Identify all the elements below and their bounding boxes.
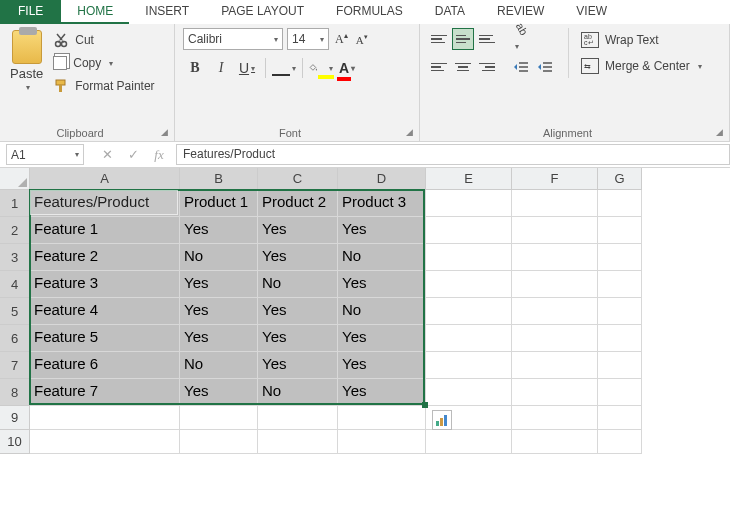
cell-E4[interactable] <box>426 271 512 298</box>
name-box[interactable]: A1 ▾ <box>6 144 84 165</box>
italic-button[interactable]: I <box>209 56 233 80</box>
align-right-button[interactable] <box>476 56 498 78</box>
cell-E10[interactable] <box>426 430 512 454</box>
cell-G6[interactable] <box>598 325 642 352</box>
cell-G1[interactable] <box>598 190 642 217</box>
clipboard-dialog-launcher[interactable]: ◢ <box>161 127 171 137</box>
cell-A7[interactable]: Feature 6 <box>30 352 180 379</box>
column-header-B[interactable]: B <box>180 168 258 190</box>
cell-D4[interactable]: Yes <box>338 271 426 298</box>
cell-E3[interactable] <box>426 244 512 271</box>
cell-F9[interactable] <box>512 406 598 430</box>
cell-E5[interactable] <box>426 298 512 325</box>
cell-G3[interactable] <box>598 244 642 271</box>
cell-B10[interactable] <box>180 430 258 454</box>
cell-C9[interactable] <box>258 406 338 430</box>
cell-B3[interactable]: No <box>180 244 258 271</box>
cell-F7[interactable] <box>512 352 598 379</box>
row-header-6[interactable]: 6 <box>0 325 30 352</box>
chevron-down-icon[interactable]: ▾ <box>109 59 113 68</box>
row-header-2[interactable]: 2 <box>0 217 30 244</box>
align-middle-button[interactable] <box>452 28 474 50</box>
cell-E7[interactable] <box>426 352 512 379</box>
enter-formula-button[interactable]: ✓ <box>120 144 146 166</box>
cell-D3[interactable]: No <box>338 244 426 271</box>
row-header-1[interactable]: 1 <box>0 190 30 217</box>
cell-G8[interactable] <box>598 379 642 406</box>
cell-D2[interactable]: Yes <box>338 217 426 244</box>
tab-data[interactable]: DATA <box>419 0 481 24</box>
cell-F5[interactable] <box>512 298 598 325</box>
cancel-formula-button[interactable]: ✕ <box>94 144 120 166</box>
tab-file[interactable]: FILE <box>0 0 61 24</box>
fill-handle[interactable] <box>422 402 428 408</box>
format-painter-button[interactable]: Format Painter <box>51 76 156 96</box>
cell-C5[interactable]: Yes <box>258 298 338 325</box>
cell-C2[interactable]: Yes <box>258 217 338 244</box>
cell-A2[interactable]: Feature 1 <box>30 217 180 244</box>
orientation-button[interactable]: ab▾ <box>510 28 540 50</box>
cell-F10[interactable] <box>512 430 598 454</box>
cell-F3[interactable] <box>512 244 598 271</box>
cell-A9[interactable] <box>30 406 180 430</box>
align-top-button[interactable] <box>428 28 450 50</box>
cell-D1[interactable]: Product 3 <box>338 190 426 217</box>
cell-E1[interactable] <box>426 190 512 217</box>
cell-G5[interactable] <box>598 298 642 325</box>
chevron-down-icon[interactable]: ▾ <box>75 150 79 159</box>
cut-button[interactable]: Cut <box>51 30 156 50</box>
row-header-7[interactable]: 7 <box>0 352 30 379</box>
row-header-4[interactable]: 4 <box>0 271 30 298</box>
cell-A1[interactable]: Features/Product <box>30 190 180 217</box>
select-all-corner[interactable] <box>0 168 30 190</box>
formula-bar-input[interactable]: Features/Product <box>176 144 730 165</box>
bold-button[interactable]: B <box>183 56 207 80</box>
cell-A8[interactable]: Feature 7 <box>30 379 180 406</box>
cell-G9[interactable] <box>598 406 642 430</box>
column-header-A[interactable]: A <box>30 168 180 190</box>
row-header-5[interactable]: 5 <box>0 298 30 325</box>
cell-A6[interactable]: Feature 5 <box>30 325 180 352</box>
cell-G10[interactable] <box>598 430 642 454</box>
column-header-F[interactable]: F <box>512 168 598 190</box>
cell-D5[interactable]: No <box>338 298 426 325</box>
cell-G4[interactable] <box>598 271 642 298</box>
paste-button[interactable]: Paste ▾ <box>8 28 45 96</box>
cell-A10[interactable] <box>30 430 180 454</box>
align-bottom-button[interactable] <box>476 28 498 50</box>
cell-E8[interactable] <box>426 379 512 406</box>
cell-C1[interactable]: Product 2 <box>258 190 338 217</box>
font-size-selector[interactable]: 14 ▾ <box>287 28 329 50</box>
cell-E6[interactable] <box>426 325 512 352</box>
row-header-9[interactable]: 9 <box>0 406 30 430</box>
cell-D8[interactable]: Yes <box>338 379 426 406</box>
tab-view[interactable]: VIEW <box>560 0 623 24</box>
row-header-10[interactable]: 10 <box>0 430 30 454</box>
wrap-text-button[interactable]: abc↵ Wrap Text <box>579 30 704 50</box>
cell-B2[interactable]: Yes <box>180 217 258 244</box>
cell-F6[interactable] <box>512 325 598 352</box>
cell-E2[interactable] <box>426 217 512 244</box>
font-name-selector[interactable]: Calibri ▾ <box>183 28 283 50</box>
cell-G2[interactable] <box>598 217 642 244</box>
font-dialog-launcher[interactable]: ◢ <box>406 127 416 137</box>
align-center-button[interactable] <box>452 56 474 78</box>
row-header-3[interactable]: 3 <box>0 244 30 271</box>
tab-page-layout[interactable]: PAGE LAYOUT <box>205 0 320 24</box>
fill-color-button[interactable]: ▾ <box>309 56 333 80</box>
alignment-dialog-launcher[interactable]: ◢ <box>716 127 726 137</box>
cell-G7[interactable] <box>598 352 642 379</box>
cell-C7[interactable]: Yes <box>258 352 338 379</box>
cell-C3[interactable]: Yes <box>258 244 338 271</box>
cell-F8[interactable] <box>512 379 598 406</box>
cell-B6[interactable]: Yes <box>180 325 258 352</box>
column-header-G[interactable]: G <box>598 168 642 190</box>
decrease-font-button[interactable]: A▾ <box>354 31 370 48</box>
cell-B4[interactable]: Yes <box>180 271 258 298</box>
cell-B5[interactable]: Yes <box>180 298 258 325</box>
column-header-E[interactable]: E <box>426 168 512 190</box>
quick-analysis-button[interactable] <box>432 410 452 430</box>
cell-B7[interactable]: No <box>180 352 258 379</box>
cell-D6[interactable]: Yes <box>338 325 426 352</box>
tab-formulas[interactable]: FORMULAS <box>320 0 419 24</box>
